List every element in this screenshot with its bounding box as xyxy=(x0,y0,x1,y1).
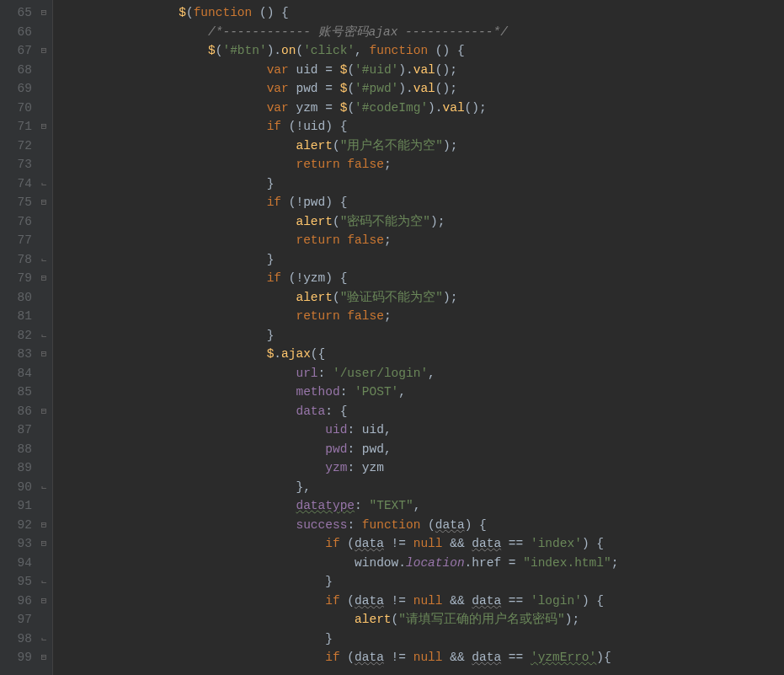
line-number: 97 xyxy=(8,610,32,629)
code-line[interactable]: data: { xyxy=(61,402,784,421)
code-line[interactable]: alert("用户名不能为空"); xyxy=(61,137,784,156)
code-line[interactable]: } xyxy=(61,629,784,649)
line-number: 88 xyxy=(8,440,32,459)
code-line[interactable]: datatype: "TEXT", xyxy=(61,496,784,516)
line-number: 77 xyxy=(8,231,32,250)
fold-open-icon[interactable]: ⊟ xyxy=(39,6,49,20)
line-number: 99 xyxy=(8,648,32,667)
code-line[interactable]: $.ajax({ xyxy=(61,345,784,364)
code-line[interactable]: var uid = $('#uid').val(); xyxy=(61,61,784,80)
code-line[interactable]: method: 'POST', xyxy=(61,383,784,402)
fold-open-icon[interactable]: ⊟ xyxy=(39,537,49,551)
code-line[interactable]: uid: uid, xyxy=(61,421,784,440)
code-line[interactable]: /*------------ 账号密码ajax ------------*/ xyxy=(61,23,784,42)
line-number: 68 xyxy=(8,61,32,80)
code-line[interactable]: if (!pwd) { xyxy=(61,193,784,212)
code-area[interactable]: $(function () { /*------------ 账号密码ajax … xyxy=(53,0,784,675)
line-number: 92 xyxy=(8,516,32,535)
fold-open-icon[interactable]: ⊟ xyxy=(39,196,49,210)
code-line[interactable]: if (!uid) { xyxy=(61,117,784,137)
fold-close-icon[interactable]: ⌐ xyxy=(39,480,49,495)
line-number: 70 xyxy=(8,99,32,118)
line-number: 72 xyxy=(8,137,32,156)
line-number: 85 xyxy=(8,383,32,402)
line-number: 78 xyxy=(8,250,32,270)
code-line[interactable]: success: function (data) { xyxy=(61,516,784,535)
fold-open-icon[interactable]: ⊟ xyxy=(39,518,49,533)
code-line[interactable]: alert("密码不能为空"); xyxy=(61,212,784,232)
code-line[interactable]: }, xyxy=(61,478,784,497)
fold-close-icon[interactable]: ⌐ xyxy=(39,575,49,589)
code-line[interactable]: } xyxy=(61,250,784,270)
code-line[interactable]: if (data != null && data == 'yzmErro'){ xyxy=(61,648,784,667)
fold-open-icon[interactable]: ⊟ xyxy=(39,271,49,286)
fold-close-icon[interactable]: ⌐ xyxy=(39,329,49,343)
code-line[interactable]: } xyxy=(61,174,784,194)
line-number: 89 xyxy=(8,458,32,478)
code-line[interactable]: url: '/user/login', xyxy=(61,364,784,383)
line-number: 75 xyxy=(8,193,32,212)
line-number: 66 xyxy=(8,23,32,42)
line-number: 87 xyxy=(8,421,32,440)
code-line[interactable]: return false; xyxy=(61,231,784,250)
line-number: 76 xyxy=(8,212,32,232)
fold-close-icon[interactable]: ⌐ xyxy=(39,177,49,191)
code-line[interactable]: if (data != null && data == 'login') { xyxy=(61,592,784,611)
line-number: 67 xyxy=(8,41,32,61)
line-number: 73 xyxy=(8,155,32,174)
line-number: 84 xyxy=(8,364,32,383)
line-number: 69 xyxy=(8,79,32,99)
code-line[interactable]: $(function () { xyxy=(61,3,784,23)
line-number: 91 xyxy=(8,496,32,516)
fold-open-icon[interactable]: ⊟ xyxy=(39,594,49,608)
line-number: 82 xyxy=(8,326,32,346)
line-number: 74 xyxy=(8,174,32,194)
fold-column[interactable]: ⊟⊟⊟⌐⊟⌐⊟⌐⊟⊟⌐⊟⊟⌐⊟⌐⊟ xyxy=(37,0,52,675)
code-line[interactable]: alert("请填写正确的用户名或密码"); xyxy=(61,610,784,629)
fold-open-icon[interactable]: ⊟ xyxy=(39,651,49,665)
line-number: 94 xyxy=(8,554,32,573)
code-line[interactable]: if (!yzm) { xyxy=(61,269,784,288)
line-number: 83 xyxy=(8,345,32,364)
line-number: 96 xyxy=(8,592,32,611)
code-line[interactable]: var yzm = $('#codeImg').val(); xyxy=(61,99,784,118)
code-line[interactable]: return false; xyxy=(61,307,784,326)
line-number: 98 xyxy=(8,629,32,649)
line-number: 93 xyxy=(8,534,32,554)
fold-close-icon[interactable]: ⌐ xyxy=(39,253,49,267)
fold-close-icon[interactable]: ⌐ xyxy=(39,632,49,646)
code-line[interactable]: } xyxy=(61,326,784,346)
code-line[interactable]: return false; xyxy=(61,155,784,174)
line-number: 79 xyxy=(8,269,32,288)
code-line[interactable]: $('#btn').on('click', function () { xyxy=(61,41,784,61)
line-number: 95 xyxy=(8,572,32,592)
code-line[interactable]: if (data != null && data == 'index') { xyxy=(61,534,784,554)
code-line[interactable]: } xyxy=(61,572,784,592)
fold-open-icon[interactable]: ⊟ xyxy=(39,404,49,419)
line-number: 81 xyxy=(8,307,32,326)
line-number: 86 xyxy=(8,402,32,421)
code-line[interactable]: yzm: yzm xyxy=(61,458,784,478)
code-editor[interactable]: 6566676869707172737475767778798081828384… xyxy=(0,0,784,675)
fold-open-icon[interactable]: ⊟ xyxy=(39,120,49,134)
line-number: 90 xyxy=(8,478,32,497)
fold-open-icon[interactable]: ⊟ xyxy=(39,44,49,58)
code-line[interactable]: window.location.href = "index.html"; xyxy=(61,554,784,573)
line-number-gutter: 6566676869707172737475767778798081828384… xyxy=(0,0,37,675)
fold-open-icon[interactable]: ⊟ xyxy=(39,347,49,362)
code-line[interactable]: pwd: pwd, xyxy=(61,440,784,459)
line-number: 80 xyxy=(8,288,32,308)
line-number: 71 xyxy=(8,117,32,137)
line-number: 65 xyxy=(8,3,32,23)
code-line[interactable]: alert("验证码不能为空"); xyxy=(61,288,784,308)
code-line[interactable]: var pwd = $('#pwd').val(); xyxy=(61,79,784,99)
